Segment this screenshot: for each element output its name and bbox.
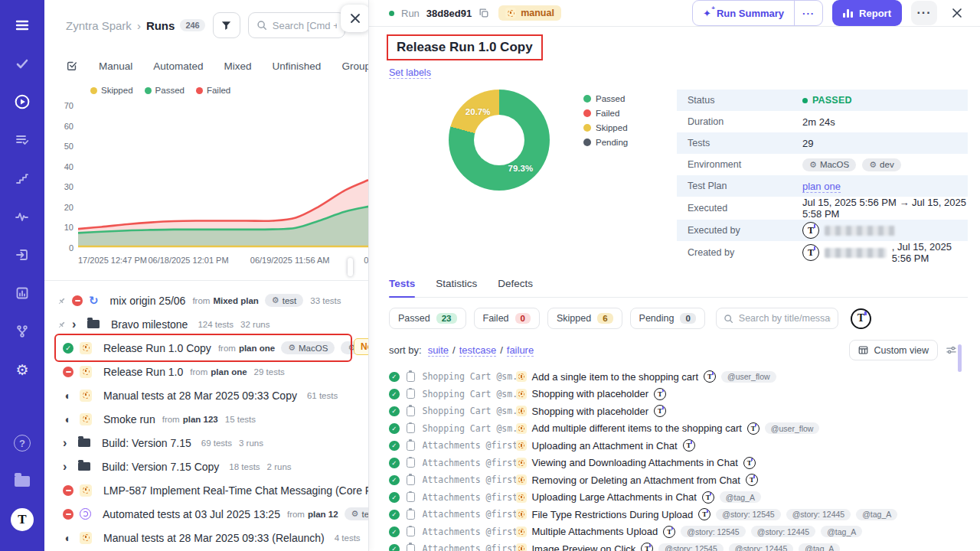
- run-plan-link[interactable]: plan 123: [183, 415, 218, 424]
- test-tag: @story: 12545: [681, 526, 745, 537]
- runs-tab-automated[interactable]: Automated: [153, 60, 203, 72]
- custom-view-button[interactable]: Custom view: [849, 340, 938, 360]
- sort-option-testcase[interactable]: testcase: [459, 344, 496, 357]
- filter-skipped[interactable]: Skipped6: [547, 308, 622, 329]
- run-row[interactable]: Automated tests at 03 Jul 2025 13:25from…: [57, 502, 350, 526]
- tests-search-input[interactable]: [739, 313, 831, 324]
- bulk-select-icon[interactable]: [66, 60, 78, 72]
- settings-gear-icon[interactable]: ⚙: [8, 355, 37, 384]
- copy-run-id-icon[interactable]: [479, 8, 489, 18]
- run-row[interactable]: ↻mix origin 25/06fromMixed plan⚙test33 t…: [57, 289, 350, 312]
- test-row[interactable]: ✓Attachments @firstMultiple Attachments …: [389, 523, 968, 541]
- test-row[interactable]: ✓Attachments @firstUploading an Attachme…: [389, 437, 968, 455]
- breadcrumb-section[interactable]: Runs: [146, 19, 175, 32]
- filter-pending[interactable]: Pending0: [630, 308, 705, 329]
- test-plan-link[interactable]: plan one: [802, 181, 841, 193]
- expand-chevron-icon[interactable]: ›: [72, 318, 83, 331]
- group-title: Build: Version 7.15 Copy: [102, 461, 219, 473]
- runs-tab-groups[interactable]: Groups: [341, 60, 369, 72]
- status-text: PASSED: [812, 95, 852, 106]
- run-group-row[interactable]: ›Build: Version 7.1569 tests3 runs: [57, 431, 350, 455]
- close-run-detail-button[interactable]: [946, 2, 968, 24]
- assignee-avatar: T: [702, 491, 714, 504]
- runs-tab-manual[interactable]: Manual: [99, 60, 132, 72]
- close-runs-panel-button[interactable]: [341, 5, 369, 32]
- run-row[interactable]: ◐Manual tests at 28 Mar 2025 09:33 Copy6…: [57, 383, 350, 407]
- help-icon[interactable]: ?: [8, 429, 37, 458]
- tab-tests[interactable]: Tests: [389, 278, 415, 297]
- runs-icon[interactable]: [8, 87, 37, 116]
- detail-label: Tests: [688, 138, 802, 148]
- sort-by-label: sort by:: [389, 344, 422, 356]
- workspace-logo[interactable]: T: [8, 505, 37, 534]
- filter-passed[interactable]: Passed23: [389, 308, 466, 329]
- test-row[interactable]: ✓Attachments @firstRemoving or Deleting …: [389, 471, 968, 489]
- filter-failed[interactable]: Failed0: [474, 308, 540, 329]
- report-button[interactable]: Report: [832, 0, 902, 26]
- test-row[interactable]: ✓Shopping Cart @sm...Add a single item t…: [389, 368, 968, 386]
- test-plans-icon[interactable]: [8, 126, 37, 155]
- projects-folder-icon[interactable]: [8, 467, 37, 496]
- table-icon: [858, 345, 868, 355]
- mixed-run-icon: ↻: [89, 295, 99, 306]
- runs-panel-header: Zyntra Spark › Runs 246: [44, 0, 368, 38]
- test-row[interactable]: ✓Shopping Cart @sm...Shopping with place…: [389, 403, 968, 420]
- run-row[interactable]: ◐Manual tests at 28 Mar 2025 09:33 (Rela…: [57, 526, 350, 549]
- menu-icon[interactable]: [8, 11, 37, 40]
- y-tick: 30: [64, 182, 74, 191]
- test-row[interactable]: ✓Attachments @firstImage Preview on Clic…: [389, 540, 968, 551]
- run-title: Manual tests at 28 Mar 2025 09:33 (Relau…: [103, 532, 325, 544]
- test-row[interactable]: ✓Attachments @firstUploading Large Attac…: [389, 489, 968, 507]
- x-tick: 06/18/2025 12:01 PM: [148, 256, 228, 265]
- activity-icon[interactable]: [8, 202, 37, 231]
- tab-defects[interactable]: Defects: [498, 278, 533, 297]
- environment-badge-label: test: [361, 510, 369, 519]
- manual-test-icon: [516, 509, 527, 520]
- reports-icon[interactable]: [8, 279, 37, 308]
- gear-icon: ⚙: [869, 161, 877, 169]
- sort-option-failure[interactable]: failure: [507, 344, 534, 357]
- trend-y-axis: 010203040506070: [55, 103, 78, 249]
- assignee-filter-avatar[interactable]: T: [851, 308, 871, 329]
- run-group-row[interactable]: ›Bravo milestone124 tests32 runs: [57, 312, 350, 336]
- filter-button[interactable]: [213, 12, 240, 38]
- test-row[interactable]: ✓Shopping Cart @sm...Shopping with place…: [389, 386, 968, 403]
- test-cases-icon[interactable]: [8, 49, 37, 78]
- tab-statistics[interactable]: Statistics: [436, 278, 477, 297]
- run-summary-button[interactable]: ✦+ Run Summary ···: [692, 0, 823, 26]
- expand-chevron-icon[interactable]: ›: [63, 461, 74, 473]
- test-row[interactable]: ✓Attachments @firstViewing and Downloadi…: [389, 455, 968, 472]
- runs-tab-mixed[interactable]: Mixed: [224, 60, 252, 72]
- breadcrumb-project[interactable]: Zyntra Spark: [66, 19, 132, 32]
- manual-run-icon: [80, 484, 92, 497]
- runs-panel-scrollbar[interactable]: [348, 258, 353, 276]
- expand-chevron-icon[interactable]: ›: [63, 437, 74, 449]
- integrations-icon[interactable]: [8, 317, 37, 346]
- tests-scrollbar[interactable]: [958, 344, 962, 372]
- run-row[interactable]: LMP-587 Implement Real-Time Chat Messagi…: [57, 478, 350, 502]
- imports-icon[interactable]: [8, 240, 37, 269]
- run-plan-link[interactable]: Mixed plan: [213, 296, 258, 305]
- test-row[interactable]: ✓Attachments @firstFile Type Restriction…: [389, 506, 968, 523]
- detail-value: 2m 24s: [802, 116, 968, 128]
- assignee-avatar: T: [641, 543, 653, 551]
- run-summary-more-button[interactable]: ···: [794, 1, 822, 25]
- manual-run-icon: [80, 413, 92, 425]
- run-group-row[interactable]: ›Build: Version 7.15 Copy18 tests2 runs: [57, 455, 350, 478]
- runs-search-input[interactable]: [273, 20, 337, 31]
- run-plan-link[interactable]: plan one: [211, 367, 247, 377]
- test-row[interactable]: ✓Shopping Cart @sm...Add multiple differ…: [389, 420, 968, 438]
- run-row[interactable]: Release Run 1.0fromplan one29 tests: [57, 360, 350, 383]
- set-labels-link[interactable]: Set labels: [389, 67, 431, 79]
- milestones-icon[interactable]: [8, 164, 37, 193]
- sort-option-suite[interactable]: suite: [428, 344, 449, 357]
- status-in-progress-icon: ◐: [63, 390, 74, 401]
- more-actions-button[interactable]: ···: [911, 1, 937, 25]
- manual-test-icon: [516, 492, 527, 503]
- run-plan-link[interactable]: plan one: [239, 344, 275, 353]
- run-row[interactable]: ◐Smoke runfromplan 12315 tests: [57, 407, 350, 431]
- view-settings-icon[interactable]: [946, 344, 957, 356]
- run-plan-link[interactable]: plan 12: [308, 510, 338, 519]
- runs-tab-unfinished[interactable]: Unfinished: [273, 60, 322, 72]
- run-row[interactable]: ✓Release Run 1.0 Copyfromplan one⚙MacOS⚙…: [57, 336, 350, 360]
